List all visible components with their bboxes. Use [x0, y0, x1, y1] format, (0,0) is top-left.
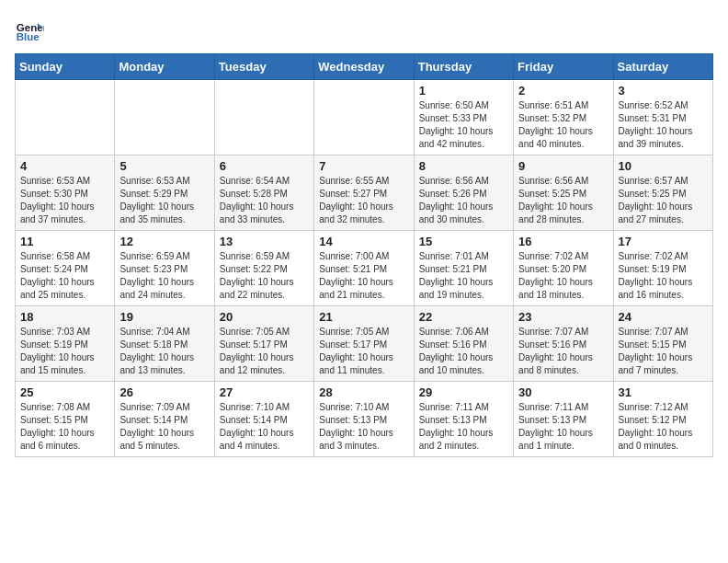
day-info: Sunrise: 6:51 AM Sunset: 5:32 PM Dayligh…: [518, 99, 608, 151]
day-number: 2: [518, 84, 608, 98]
weekday-header: Sunday: [16, 54, 115, 80]
calendar-cell: 31Sunrise: 7:12 AM Sunset: 5:12 PM Dayli…: [613, 382, 712, 457]
calendar-cell: 18Sunrise: 7:03 AM Sunset: 5:19 PM Dayli…: [16, 306, 115, 382]
calendar-cell: 3Sunrise: 6:52 AM Sunset: 5:31 PM Daylig…: [613, 80, 712, 155]
day-number: 8: [419, 159, 508, 173]
calendar-cell: 14Sunrise: 7:00 AM Sunset: 5:21 PM Dayli…: [314, 231, 414, 306]
day-info: Sunrise: 7:08 AM Sunset: 5:15 PM Dayligh…: [20, 401, 109, 453]
weekday-header: Monday: [115, 54, 214, 80]
calendar-cell: 9Sunrise: 6:56 AM Sunset: 5:25 PM Daylig…: [514, 155, 613, 231]
day-info: Sunrise: 7:03 AM Sunset: 5:19 PM Dayligh…: [20, 326, 109, 377]
day-info: Sunrise: 7:01 AM Sunset: 5:21 PM Dayligh…: [419, 250, 508, 302]
calendar-cell: 1Sunrise: 6:50 AM Sunset: 5:33 PM Daylig…: [414, 80, 513, 155]
calendar-cell: 4Sunrise: 6:53 AM Sunset: 5:30 PM Daylig…: [16, 155, 115, 231]
calendar-cell: 26Sunrise: 7:09 AM Sunset: 5:14 PM Dayli…: [115, 382, 214, 457]
day-number: 7: [319, 159, 408, 173]
day-number: 23: [518, 310, 608, 324]
day-number: 22: [419, 310, 508, 324]
day-number: 25: [20, 385, 109, 399]
calendar-cell: [16, 80, 115, 155]
day-number: 14: [319, 235, 408, 248]
weekday-header: Thursday: [414, 54, 513, 80]
day-info: Sunrise: 6:56 AM Sunset: 5:26 PM Dayligh…: [419, 175, 508, 226]
day-info: Sunrise: 7:04 AM Sunset: 5:18 PM Dayligh…: [119, 326, 209, 377]
day-number: 17: [619, 235, 708, 248]
day-info: Sunrise: 7:10 AM Sunset: 5:13 PM Dayligh…: [319, 401, 408, 453]
day-info: Sunrise: 6:50 AM Sunset: 5:33 PM Dayligh…: [419, 99, 508, 151]
day-number: 15: [419, 235, 508, 248]
weekday-header: Wednesday: [314, 54, 414, 80]
day-info: Sunrise: 6:59 AM Sunset: 5:23 PM Dayligh…: [119, 250, 209, 302]
calendar-cell: 10Sunrise: 6:57 AM Sunset: 5:25 PM Dayli…: [613, 155, 712, 231]
day-number: 18: [20, 310, 109, 324]
day-number: 13: [220, 235, 309, 248]
logo-icon: General Blue: [15, 15, 44, 44]
weekday-header: Friday: [514, 54, 613, 80]
day-number: 26: [119, 385, 209, 399]
calendar-cell: 5Sunrise: 6:53 AM Sunset: 5:29 PM Daylig…: [115, 155, 214, 231]
calendar-cell: 12Sunrise: 6:59 AM Sunset: 5:23 PM Dayli…: [115, 231, 214, 306]
calendar-cell: 21Sunrise: 7:05 AM Sunset: 5:17 PM Dayli…: [314, 306, 414, 382]
day-number: 5: [119, 159, 209, 173]
day-info: Sunrise: 7:05 AM Sunset: 5:17 PM Dayligh…: [220, 326, 309, 377]
day-number: 12: [119, 235, 209, 248]
calendar-week-row: 1Sunrise: 6:50 AM Sunset: 5:33 PM Daylig…: [16, 80, 713, 155]
day-number: 3: [619, 84, 708, 98]
calendar-body: 1Sunrise: 6:50 AM Sunset: 5:33 PM Daylig…: [16, 80, 713, 457]
logo: General Blue: [15, 15, 44, 44]
day-info: Sunrise: 6:58 AM Sunset: 5:24 PM Dayligh…: [20, 250, 109, 302]
day-number: 16: [518, 235, 608, 248]
page-header: General Blue: [15, 15, 713, 44]
calendar-cell: 17Sunrise: 7:02 AM Sunset: 5:19 PM Dayli…: [613, 231, 712, 306]
weekday-header: Saturday: [613, 54, 712, 80]
calendar-cell: [115, 80, 214, 155]
weekday-header: Tuesday: [214, 54, 313, 80]
calendar-cell: 6Sunrise: 6:54 AM Sunset: 5:28 PM Daylig…: [214, 155, 313, 231]
calendar-week-row: 4Sunrise: 6:53 AM Sunset: 5:30 PM Daylig…: [16, 155, 713, 231]
day-number: 20: [220, 310, 309, 324]
day-number: 19: [119, 310, 209, 324]
day-number: 9: [518, 159, 608, 173]
day-number: 29: [419, 385, 508, 399]
day-info: Sunrise: 7:07 AM Sunset: 5:16 PM Dayligh…: [518, 326, 608, 377]
day-number: 10: [619, 159, 708, 173]
calendar-cell: 30Sunrise: 7:11 AM Sunset: 5:13 PM Dayli…: [514, 382, 613, 457]
day-info: Sunrise: 7:00 AM Sunset: 5:21 PM Dayligh…: [319, 250, 408, 302]
day-info: Sunrise: 6:53 AM Sunset: 5:30 PM Dayligh…: [20, 175, 109, 226]
calendar-cell: 7Sunrise: 6:55 AM Sunset: 5:27 PM Daylig…: [314, 155, 414, 231]
calendar-cell: 2Sunrise: 6:51 AM Sunset: 5:32 PM Daylig…: [514, 80, 613, 155]
calendar-cell: 23Sunrise: 7:07 AM Sunset: 5:16 PM Dayli…: [514, 306, 613, 382]
day-info: Sunrise: 6:52 AM Sunset: 5:31 PM Dayligh…: [619, 99, 708, 151]
day-number: 21: [319, 310, 408, 324]
calendar-cell: 16Sunrise: 7:02 AM Sunset: 5:20 PM Dayli…: [514, 231, 613, 306]
day-number: 1: [419, 84, 508, 98]
day-info: Sunrise: 7:05 AM Sunset: 5:17 PM Dayligh…: [319, 326, 408, 377]
weekday-header-row: SundayMondayTuesdayWednesdayThursdayFrid…: [16, 54, 713, 80]
day-info: Sunrise: 7:09 AM Sunset: 5:14 PM Dayligh…: [119, 401, 209, 453]
day-number: 4: [20, 159, 109, 173]
calendar-table: SundayMondayTuesdayWednesdayThursdayFrid…: [15, 53, 713, 457]
day-number: 6: [220, 159, 309, 173]
day-info: Sunrise: 6:57 AM Sunset: 5:25 PM Dayligh…: [619, 175, 708, 226]
day-info: Sunrise: 7:06 AM Sunset: 5:16 PM Dayligh…: [419, 326, 508, 377]
calendar-cell: 15Sunrise: 7:01 AM Sunset: 5:21 PM Dayli…: [414, 231, 513, 306]
day-number: 24: [619, 310, 708, 324]
calendar-week-row: 18Sunrise: 7:03 AM Sunset: 5:19 PM Dayli…: [16, 306, 713, 382]
calendar-cell: [314, 80, 414, 155]
day-number: 27: [220, 385, 309, 399]
calendar-cell: 8Sunrise: 6:56 AM Sunset: 5:26 PM Daylig…: [414, 155, 513, 231]
day-info: Sunrise: 6:56 AM Sunset: 5:25 PM Dayligh…: [518, 175, 608, 226]
day-info: Sunrise: 7:12 AM Sunset: 5:12 PM Dayligh…: [619, 401, 708, 453]
calendar-cell: 22Sunrise: 7:06 AM Sunset: 5:16 PM Dayli…: [414, 306, 513, 382]
calendar-cell: 11Sunrise: 6:58 AM Sunset: 5:24 PM Dayli…: [16, 231, 115, 306]
day-info: Sunrise: 6:55 AM Sunset: 5:27 PM Dayligh…: [319, 175, 408, 226]
day-info: Sunrise: 6:53 AM Sunset: 5:29 PM Dayligh…: [119, 175, 209, 226]
calendar-week-row: 11Sunrise: 6:58 AM Sunset: 5:24 PM Dayli…: [16, 231, 713, 306]
calendar-cell: 20Sunrise: 7:05 AM Sunset: 5:17 PM Dayli…: [214, 306, 313, 382]
svg-text:Blue: Blue: [17, 31, 40, 42]
day-number: 11: [20, 235, 109, 248]
day-info: Sunrise: 6:54 AM Sunset: 5:28 PM Dayligh…: [220, 175, 309, 226]
calendar-cell: 13Sunrise: 6:59 AM Sunset: 5:22 PM Dayli…: [214, 231, 313, 306]
calendar-week-row: 25Sunrise: 7:08 AM Sunset: 5:15 PM Dayli…: [16, 382, 713, 457]
day-info: Sunrise: 7:02 AM Sunset: 5:19 PM Dayligh…: [619, 250, 708, 302]
